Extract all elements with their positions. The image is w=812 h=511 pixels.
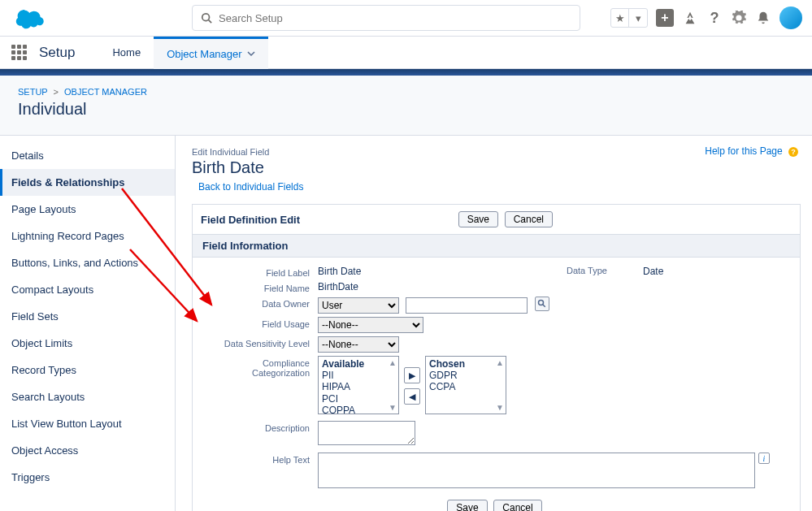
move-left-button[interactable]: ◀	[404, 388, 420, 405]
breadcrumb-setup[interactable]: SETUP	[18, 87, 47, 97]
sidebar-item-list-view-button-layout[interactable]: List View Button Layout	[0, 410, 175, 437]
save-button-bottom[interactable]: Save	[447, 500, 487, 511]
move-right-button[interactable]: ▶	[404, 367, 420, 383]
tab-home[interactable]: Home	[99, 37, 154, 69]
panel-title: Field Definition Edit	[201, 214, 300, 226]
field-label-value: Birth Date	[318, 266, 361, 277]
available-listbox[interactable]: ▲ Available PII HIPAA PCI COPPA ▼	[318, 356, 399, 414]
svg-point-0	[202, 14, 210, 21]
favorites-menu[interactable]: ★ ▾	[610, 8, 648, 28]
sidebar-item-page-layouts[interactable]: Page Layouts	[0, 196, 175, 223]
app-name: Setup	[39, 45, 75, 61]
page-title: Individual	[18, 100, 802, 119]
svg-text:?: ?	[791, 148, 796, 156]
help-icon: ?	[788, 146, 799, 158]
breadcrumb-object-manager[interactable]: OBJECT MANAGER	[64, 87, 147, 97]
description-textarea[interactable]	[318, 421, 415, 445]
sidebar-item-details[interactable]: Details	[0, 142, 175, 169]
object-sidebar: Details Fields & Relationships Page Layo…	[0, 136, 176, 511]
back-to-individual-fields-link[interactable]: Back to Individual Fields	[198, 181, 303, 193]
scroll-down-icon[interactable]: ▼	[496, 403, 504, 412]
field-usage-label: Field Usage	[204, 317, 318, 329]
help-text-textarea[interactable]	[318, 453, 755, 488]
sidebar-item-triggers[interactable]: Triggers	[0, 464, 175, 491]
gear-icon[interactable]	[731, 10, 747, 26]
cancel-button-bottom[interactable]: Cancel	[493, 500, 541, 511]
lookup-icon[interactable]	[535, 297, 549, 311]
sidebar-item-field-sets[interactable]: Field Sets	[0, 303, 175, 330]
chosen-listbox[interactable]: ▲ Chosen GDPR CCPA ▼	[425, 356, 506, 414]
data-sensitivity-level-label: Data Sensitivity Level	[204, 336, 318, 349]
sidebar-item-lightning-pages[interactable]: Lightning Record Pages	[0, 223, 175, 249]
field-title: Birth Date	[192, 158, 801, 177]
sidebar-item-compact-layouts[interactable]: Compact Layouts	[0, 276, 175, 303]
avatar[interactable]	[779, 6, 802, 29]
svg-line-1	[209, 20, 212, 24]
bell-icon[interactable]	[755, 10, 771, 26]
data-owner-select[interactable]: User	[318, 297, 399, 314]
tab-object-manager[interactable]: Object Manager	[154, 37, 268, 69]
scroll-up-icon[interactable]: ▲	[496, 358, 504, 367]
app-launcher-icon[interactable]	[11, 45, 28, 61]
search-icon	[201, 12, 212, 24]
trailhead-icon[interactable]	[682, 10, 698, 26]
field-name-value: BirthDate	[318, 281, 358, 292]
scroll-down-icon[interactable]: ▼	[389, 403, 397, 412]
info-icon[interactable]: i	[758, 453, 770, 464]
help-icon[interactable]: ?	[706, 10, 723, 26]
save-button[interactable]: Save	[458, 211, 498, 227]
search-input[interactable]	[219, 12, 571, 24]
svg-point-4	[539, 301, 544, 305]
sidebar-item-search-layouts[interactable]: Search Layouts	[0, 383, 175, 410]
chevron-down-icon	[247, 50, 255, 58]
field-usage-select[interactable]: --None--	[318, 317, 423, 333]
salesforce-logo[interactable]	[10, 6, 46, 30]
compliance-categorization-label: Compliance Categorization	[204, 356, 318, 378]
data-sensitivity-level-select[interactable]: --None--	[318, 336, 399, 353]
data-type-label: Data Type	[567, 266, 607, 275]
help-text-label: Help Text	[204, 453, 318, 465]
star-icon[interactable]: ★	[611, 9, 629, 27]
field-information-heading: Field Information	[193, 235, 800, 258]
data-owner-input[interactable]	[406, 297, 528, 314]
field-label-label: Field Label	[204, 266, 318, 278]
breadcrumb: SETUP > OBJECT MANAGER	[18, 87, 802, 97]
sidebar-item-object-limits[interactable]: Object Limits	[0, 330, 175, 357]
cancel-button[interactable]: Cancel	[505, 211, 553, 227]
global-actions-button[interactable]: +	[656, 9, 674, 27]
field-name-label: Field Name	[204, 281, 318, 293]
sidebar-item-buttons-links-actions[interactable]: Buttons, Links, and Actions	[0, 249, 175, 276]
chevron-down-icon[interactable]: ▾	[629, 9, 647, 27]
sidebar-item-fields[interactable]: Fields & Relationships	[0, 169, 175, 196]
sidebar-item-record-types[interactable]: Record Types	[0, 357, 175, 383]
data-owner-label: Data Owner	[204, 297, 318, 309]
description-label: Description	[204, 421, 318, 433]
data-type-value: Date	[643, 266, 663, 277]
help-for-this-page-link[interactable]: Help for this Page ?	[705, 145, 799, 158]
scroll-up-icon[interactable]: ▲	[389, 358, 397, 367]
global-search[interactable]	[192, 5, 580, 31]
svg-line-5	[543, 305, 545, 307]
sidebar-item-object-access[interactable]: Object Access	[0, 437, 175, 464]
